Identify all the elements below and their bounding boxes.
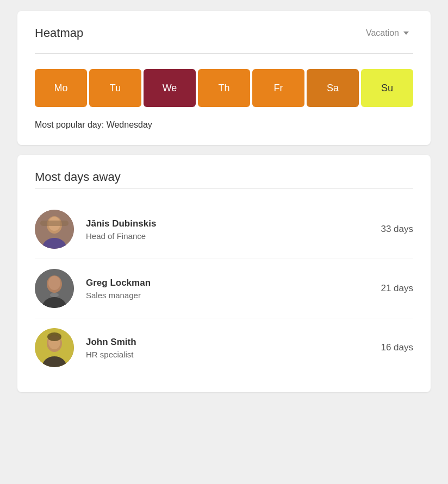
heatmap-bar-fr: Fr [252,69,304,107]
person-info-greg: Greg Lockman Sales manager [86,278,381,300]
person-row-john: John Smith HR specialist 16 days [35,318,413,377]
heatmap-title: Heatmap [35,26,83,40]
vacation-dropdown[interactable]: Vacation [362,26,413,40]
chevron-down-icon [403,32,409,35]
people-list: Jānis Dubinskis Head of Finance 33 days … [35,200,413,377]
avatar-john [35,328,74,367]
person-role-john: HR specialist [86,350,381,359]
section-divider [35,188,413,189]
person-days-john: 16 days [381,342,413,353]
heatmap-card: Heatmap Vacation MoTuWeThFrSaSu Most pop… [17,11,431,145]
heatmap-bar-su: Su [361,69,413,107]
svg-point-14 [47,332,61,341]
heatmap-header: Heatmap Vacation [35,26,413,40]
person-days-greg: 21 days [381,283,413,294]
person-row-greg: Greg Lockman Sales manager 21 days [35,259,413,318]
svg-point-9 [50,293,59,297]
heatmap-bar-th: Th [198,69,250,107]
heatmap-bar-tu: Tu [89,69,141,107]
person-name-john: John Smith [86,337,381,348]
person-days-janis: 33 days [381,224,413,235]
svg-rect-4 [40,221,69,226]
heatmap-divider [35,53,413,54]
person-role-greg: Sales manager [86,291,381,300]
vacation-dropdown-label: Vacation [366,28,399,38]
person-name-greg: Greg Lockman [86,278,381,288]
heatmap-bar-we: We [144,69,196,107]
person-name-janis: Jānis Dubinskis [86,218,381,229]
most-days-away-card: Most days away Jānis Dubinskis Head of F… [17,155,431,392]
heatmap-bars: MoTuWeThFrSaSu [35,69,413,107]
svg-point-8 [48,276,60,290]
person-info-janis: Jānis Dubinskis Head of Finance [86,218,381,241]
heatmap-bar-mo: Mo [35,69,87,107]
most-days-away-title: Most days away [35,170,413,184]
heatmap-bar-sa: Sa [307,69,359,107]
person-row-janis: Jānis Dubinskis Head of Finance 33 days [35,200,413,259]
most-popular-day: Most popular day: Wednesday [35,120,413,130]
person-info-john: John Smith HR specialist [86,337,381,359]
person-role-janis: Head of Finance [86,231,381,241]
avatar-greg [35,269,74,308]
avatar-janis [35,210,74,249]
